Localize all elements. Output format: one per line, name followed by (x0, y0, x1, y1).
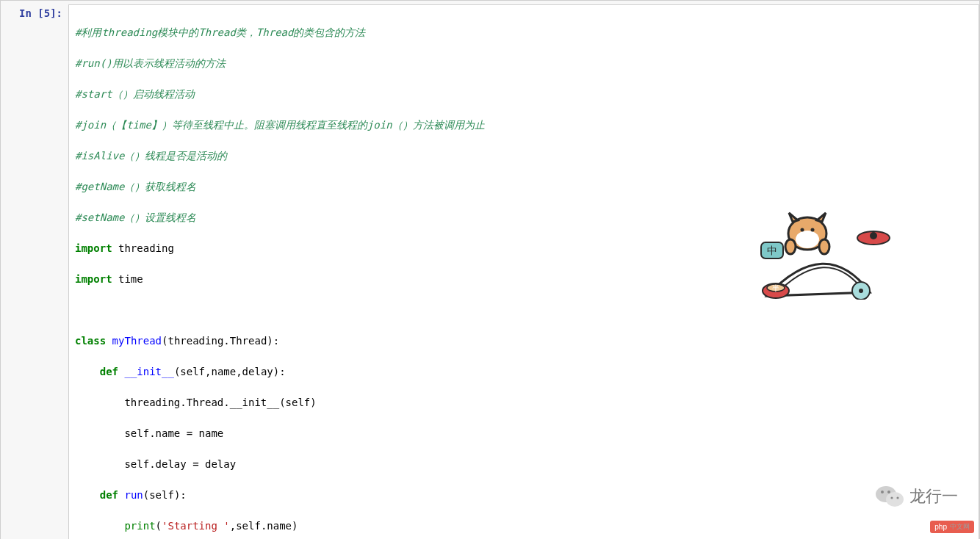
svg-point-3 (796, 231, 819, 248)
code-line: self.name = name (75, 426, 973, 441)
comment-line: #join（【time】）等待至线程中止。阻塞调用线程直至线程的join（）方法… (75, 117, 973, 133)
comment-line: #isAlive（）线程是否是活动的 (75, 148, 973, 164)
code-line: threading.Thread.__init__(self) (75, 395, 973, 410)
svg-point-17 (881, 491, 884, 493)
def-line: def __init__(self,name,delay): (75, 364, 973, 380)
svg-point-6 (785, 239, 796, 254)
svg-point-18 (887, 491, 890, 493)
svg-point-1 (870, 232, 877, 239)
svg-point-20 (896, 496, 898, 499)
def-line: def run(self): (75, 488, 973, 503)
watermark: 龙行一 (874, 483, 958, 510)
svg-point-14 (859, 289, 863, 293)
code-line: self.delay = delay (75, 457, 973, 472)
cell-prompt: In [5]: (1, 4, 68, 19)
comment-line: #start（）启动线程活动 (75, 87, 973, 102)
dog-illustration-icon: 中 半 (752, 197, 899, 300)
comment-line: #run()用以表示线程活动的方法 (75, 56, 973, 71)
comment-line: #利用threading模块中的Thread类，Thread的类包含的方法 (75, 25, 973, 40)
wechat-icon (874, 483, 905, 510)
code-line: print('Starting ',self.name) (75, 518, 973, 534)
php-logo-badge: php 中文网 (930, 521, 974, 533)
svg-text:半: 半 (772, 284, 779, 292)
svg-point-4 (801, 228, 804, 232)
class-def-line: class myThread(threading.Thread): (75, 333, 973, 349)
svg-text:中: 中 (767, 245, 777, 256)
svg-point-7 (819, 239, 829, 254)
svg-point-16 (886, 492, 904, 507)
watermark-text: 龙行一 (909, 485, 958, 507)
svg-point-19 (890, 496, 893, 499)
svg-point-5 (811, 228, 815, 232)
blank-line (75, 303, 973, 318)
comment-line: #getName（）获取线程名 (75, 179, 973, 195)
